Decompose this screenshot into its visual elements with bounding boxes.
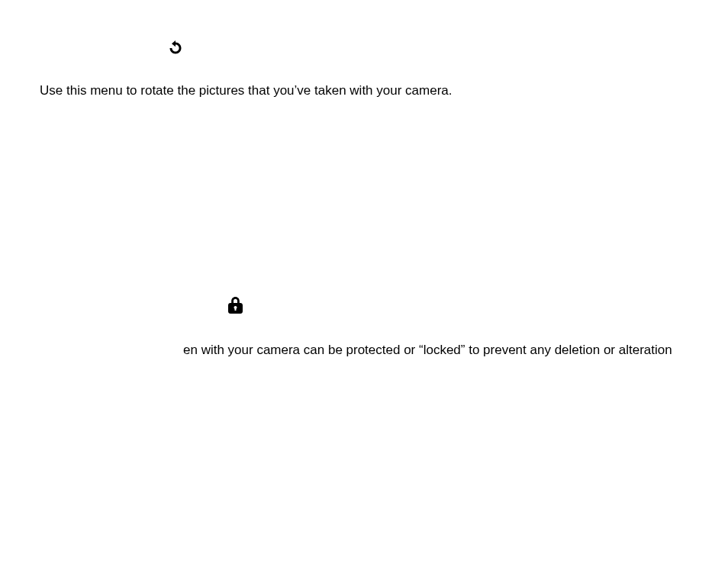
rotate-icon: [168, 40, 183, 56]
lock-description-text: en with your camera can be protected or …: [183, 343, 672, 358]
rotate-description-text: Use this menu to rotate the pictures tha…: [40, 83, 453, 98]
lock-icon: [228, 297, 243, 314]
